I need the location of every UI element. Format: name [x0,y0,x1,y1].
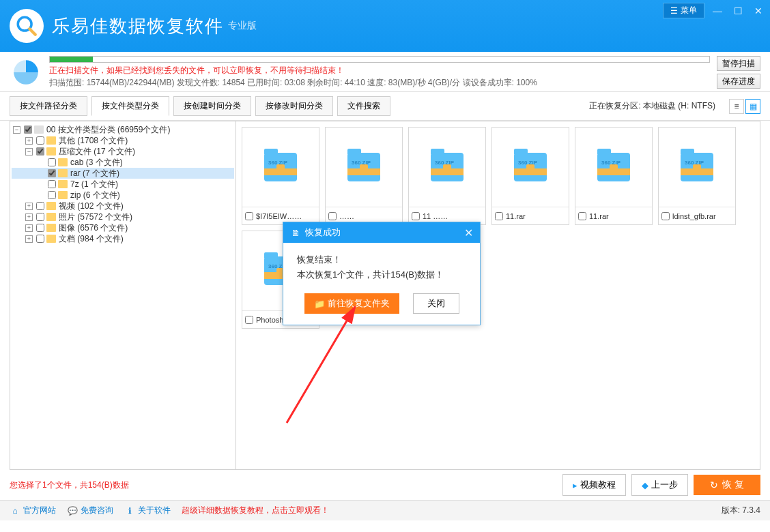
tree-checkbox[interactable] [36,224,44,232]
file-name: …… [339,212,354,220]
tabs-row: 按文件路径分类 按文件类型分类 按创建时间分类 按修改时间分类 文件搜索 正在恢… [0,92,770,121]
file-name: $I7I5EIW…… [256,212,302,220]
partition-info: 正在恢复分区: 本地磁盘 (H: NTFS) [580,97,725,115]
tutorial-link[interactable]: 超级详细数据恢复教程，点击立即观看！ [182,505,329,516]
tree-rar[interactable]: rar (7 个文件) [12,168,234,179]
folder-icon [34,125,44,134]
footer-row: 您选择了1个文件，共154(B)数据 ▸视频教程 ◆上一步 ↻恢 复 [0,470,770,500]
official-site-link[interactable]: ⌂官方网站 [10,505,56,516]
tree-checkbox[interactable] [36,202,44,210]
view-grid-icon[interactable]: ▦ [745,99,760,114]
app-title: 乐易佳数据恢复软件 [52,14,224,38]
tab-search[interactable]: 文件搜索 [337,96,390,116]
tree-panel[interactable]: −00 按文件类型分类 (66959个文件) +其他 (1708 个文件) −压… [10,121,236,470]
tree-photo[interactable]: +照片 (57572 个文件) [12,211,234,222]
file-card[interactable]: 360 ZIP11.rar [575,127,653,225]
tree-cab[interactable]: cab (3 个文件) [12,157,234,168]
zip-icon: 360 ZIP [347,153,380,181]
dialog-titlebar[interactable]: 🗎 恢复成功 ✕ [283,222,480,243]
tree-checkbox[interactable] [36,147,44,156]
view-list-icon[interactable]: ≡ [729,99,744,114]
file-checkbox[interactable] [495,212,503,220]
close-icon[interactable]: ✕ [751,5,766,17]
chat-icon: 💬 [67,505,78,516]
file-card[interactable]: 360 ZIP11 …… [408,127,486,225]
scan-icon [10,56,42,89]
file-card[interactable]: 360 ZIP…… [325,127,403,225]
play-icon: ▸ [573,480,578,490]
tree-other[interactable]: +其他 (1708 个文件) [12,135,234,146]
folder-icon [46,136,56,145]
progress-bar [49,56,710,63]
tab-type[interactable]: 按文件类型分类 [91,96,169,116]
folder-icon [58,169,68,177]
scan-stats: 扫描范围: 15744(MB)/242944(MB) 发现文件数: 14854 … [49,76,710,89]
pause-scan-button[interactable]: 暂停扫描 [717,56,760,71]
selection-info: 您选择了1个文件，共154(B)数据 [10,479,129,491]
scan-warning: 正在扫描文件，如果已经找到您丢失的文件，可以立即恢复，不用等待扫描结束！ [49,64,710,76]
tree-archive[interactable]: −压缩文件 (17 个文件) [12,146,234,157]
folder-open-icon: 📁 [314,299,325,309]
file-checkbox[interactable] [328,212,337,220]
file-checkbox[interactable] [245,316,253,324]
file-name: 11 …… [423,212,448,220]
file-card[interactable]: 360 ZIP$I7I5EIW…… [242,127,319,225]
dialog-close-icon[interactable]: ✕ [464,226,473,239]
tab-path[interactable]: 按文件路径分类 [10,96,87,116]
video-tutorial-button[interactable]: ▸视频教程 [562,474,626,496]
refresh-icon: ↻ [710,479,718,490]
tree-zip[interactable]: zip (6 个文件) [12,190,234,201]
about-link[interactable]: ℹ关于软件 [124,505,171,516]
folder-icon [46,213,56,221]
maximize-icon[interactable]: ☐ [730,5,745,17]
tree-checkbox[interactable] [48,180,56,188]
recover-button[interactable]: ↻恢 复 [694,475,760,495]
expand-icon[interactable]: + [25,224,33,232]
tree-root[interactable]: −00 按文件类型分类 (66959个文件) [12,124,234,135]
tree-checkbox[interactable] [36,235,44,243]
open-recovery-folder-button[interactable]: 📁前往恢复文件夹 [304,293,399,314]
zip-icon: 360 ZIP [264,153,297,181]
tab-modified[interactable]: 按修改时间分类 [255,96,333,116]
expand-icon[interactable]: + [25,213,33,221]
file-name: 11.rar [589,212,609,220]
file-checkbox[interactable] [412,212,420,220]
file-checkbox[interactable] [661,212,670,220]
save-progress-button[interactable]: 保存进度 [717,74,760,89]
tree-video[interactable]: +视频 (102 个文件) [12,201,234,211]
minimize-icon[interactable]: — [710,5,725,17]
tree-checkbox[interactable] [48,158,56,166]
folder-icon [46,202,56,210]
tree-checkbox[interactable] [48,169,56,177]
file-card[interactable]: 360 ZIPldinst_gfb.rar [658,127,736,225]
expand-icon[interactable]: + [25,235,33,243]
zip-icon: 360 ZIP [681,153,713,181]
file-checkbox[interactable] [578,212,586,220]
scan-status: 正在扫描文件，如果已经找到您丢失的文件，可以立即恢复，不用等待扫描结束！ 扫描范… [0,52,770,92]
prev-step-button[interactable]: ◆上一步 [631,474,688,496]
menu-button[interactable]: ☰菜单 [663,3,704,18]
expand-icon[interactable]: + [25,203,33,210]
free-consult-link[interactable]: 💬免费咨询 [67,505,113,516]
expand-icon[interactable]: + [25,137,33,145]
file-name: 11.rar [506,212,526,220]
zip-icon: 360 ZIP [597,153,630,181]
tree-checkbox[interactable] [36,136,44,145]
tree-checkbox[interactable] [36,213,44,221]
recovery-success-dialog: 🗎 恢复成功 ✕ 恢复结束！ 本次恢复1个文件，共计154(B)数据！ 📁前往恢… [283,222,481,325]
tab-created[interactable]: 按创建时间分类 [173,96,251,116]
folder-icon [58,191,68,199]
version-label: 版本: 7.3.4 [722,505,760,516]
arrow-left-icon: ◆ [642,480,648,490]
dialog-close-button[interactable]: 关闭 [413,293,459,314]
home-icon: ⌂ [10,505,20,516]
collapse-icon[interactable]: − [13,126,20,134]
tree-7z[interactable]: 7z (1 个文件) [12,179,234,190]
file-card[interactable]: 360 ZIP11.rar [491,127,569,225]
file-checkbox[interactable] [245,212,253,220]
tree-doc[interactable]: +文档 (984 个文件) [12,233,234,244]
tree-checkbox[interactable] [48,191,56,199]
tree-image[interactable]: +图像 (6576 个文件) [12,222,234,233]
collapse-icon[interactable]: − [25,148,33,156]
tree-checkbox[interactable] [24,125,32,134]
